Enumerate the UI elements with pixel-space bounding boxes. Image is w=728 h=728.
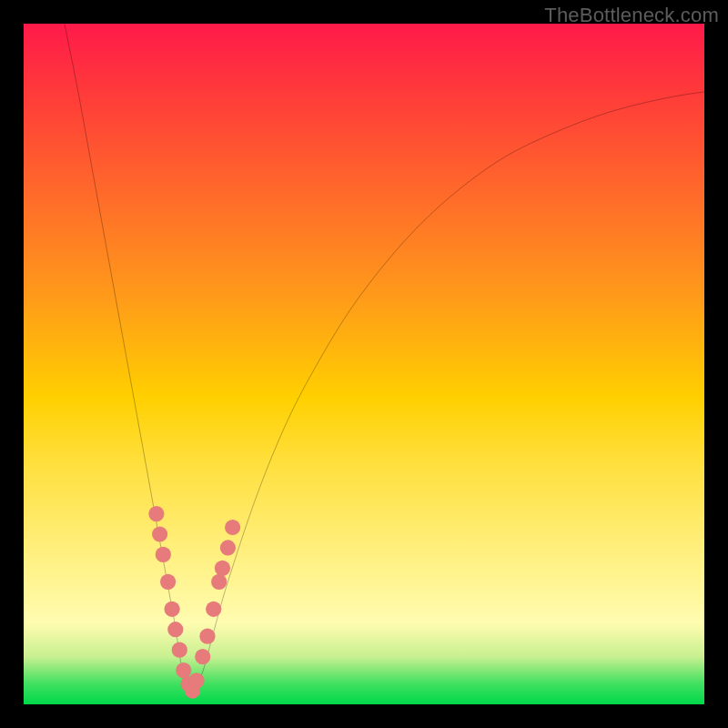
watermark-text: TheBottleneck.com bbox=[544, 4, 719, 27]
sample-point bbox=[148, 506, 164, 521]
sample-point bbox=[195, 649, 210, 664]
sample-points bbox=[148, 506, 240, 699]
sample-point bbox=[206, 602, 221, 617]
sample-point bbox=[211, 574, 227, 590]
sample-point bbox=[176, 662, 191, 678]
sample-point bbox=[156, 547, 171, 562]
sample-point bbox=[152, 526, 167, 541]
sample-point bbox=[167, 622, 183, 637]
chart-frame: TheBottleneck.com bbox=[0, 0, 728, 728]
sample-point bbox=[199, 629, 215, 644]
sample-point bbox=[220, 540, 236, 555]
sample-point bbox=[215, 561, 230, 576]
sample-point bbox=[164, 602, 179, 617]
sample-point bbox=[188, 672, 204, 688]
sample-point bbox=[172, 642, 187, 658]
points-layer bbox=[24, 24, 704, 704]
sample-point bbox=[225, 520, 240, 535]
plot-area bbox=[24, 24, 704, 704]
sample-point bbox=[160, 574, 176, 590]
